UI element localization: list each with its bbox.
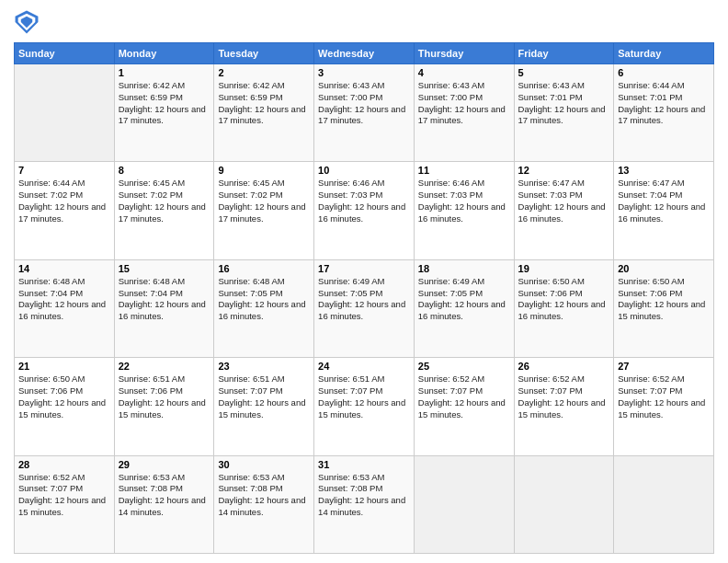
day-cell: 31Sunrise: 6:53 AMSunset: 7:08 PMDayligh… — [314, 455, 415, 553]
week-row-1: 1Sunrise: 6:42 AMSunset: 6:59 PMDaylight… — [15, 64, 714, 162]
day-info: Sunrise: 6:50 AMSunset: 7:06 PMDaylight:… — [18, 373, 110, 420]
day-info: Sunrise: 6:51 AMSunset: 7:07 PMDaylight:… — [318, 373, 410, 420]
day-cell: 18Sunrise: 6:49 AMSunset: 7:05 PMDayligh… — [414, 259, 514, 357]
day-cell: 2Sunrise: 6:42 AMSunset: 6:59 PMDaylight… — [214, 64, 314, 162]
day-cell — [15, 64, 115, 162]
day-info: Sunrise: 6:46 AMSunset: 7:03 PMDaylight:… — [418, 178, 510, 224]
day-number: 9 — [218, 165, 310, 176]
day-number: 3 — [318, 67, 410, 78]
logo — [14, 9, 43, 35]
day-number: 29 — [119, 459, 210, 470]
day-info: Sunrise: 6:44 AMSunset: 7:02 PMDaylight:… — [18, 178, 110, 224]
day-info: Sunrise: 6:51 AMSunset: 7:07 PMDaylight:… — [218, 373, 310, 420]
day-number: 2 — [218, 67, 310, 78]
header — [14, 9, 714, 35]
day-cell: 5Sunrise: 6:43 AMSunset: 7:01 PMDaylight… — [514, 64, 614, 162]
day-cell — [514, 455, 614, 553]
day-info: Sunrise: 6:52 AMSunset: 7:07 PMDaylight:… — [618, 373, 710, 420]
day-cell — [414, 455, 514, 553]
day-info: Sunrise: 6:45 AMSunset: 7:02 PMDaylight:… — [218, 178, 310, 224]
day-info: Sunrise: 6:46 AMSunset: 7:03 PMDaylight:… — [318, 178, 410, 224]
day-cell — [614, 455, 714, 553]
day-cell: 24Sunrise: 6:51 AMSunset: 7:07 PMDayligh… — [314, 358, 415, 455]
day-cell: 21Sunrise: 6:50 AMSunset: 7:06 PMDayligh… — [15, 358, 115, 455]
day-info: Sunrise: 6:45 AMSunset: 7:02 PMDaylight:… — [119, 178, 210, 224]
day-info: Sunrise: 6:47 AMSunset: 7:03 PMDaylight:… — [518, 178, 610, 224]
day-number: 1 — [119, 67, 210, 78]
day-cell: 29Sunrise: 6:53 AMSunset: 7:08 PMDayligh… — [114, 455, 214, 553]
week-row-5: 28Sunrise: 6:52 AMSunset: 7:07 PMDayligh… — [15, 455, 714, 553]
day-number: 31 — [318, 459, 410, 470]
day-info: Sunrise: 6:43 AMSunset: 7:00 PMDaylight:… — [318, 80, 410, 127]
logo-icon — [14, 9, 40, 35]
weekday-header-row: SundayMondayTuesdayWednesdayThursdayFrid… — [15, 43, 714, 64]
day-cell: 20Sunrise: 6:50 AMSunset: 7:06 PMDayligh… — [614, 259, 714, 357]
day-number: 14 — [18, 263, 110, 274]
page: SundayMondayTuesdayWednesdayThursdayFrid… — [0, 0, 728, 563]
day-cell: 6Sunrise: 6:44 AMSunset: 7:01 PMDaylight… — [614, 64, 714, 162]
day-cell: 10Sunrise: 6:46 AMSunset: 7:03 PMDayligh… — [314, 162, 415, 259]
day-info: Sunrise: 6:50 AMSunset: 7:06 PMDaylight:… — [518, 276, 610, 323]
day-cell: 27Sunrise: 6:52 AMSunset: 7:07 PMDayligh… — [614, 358, 714, 455]
day-info: Sunrise: 6:51 AMSunset: 7:06 PMDaylight:… — [119, 373, 210, 420]
day-number: 18 — [418, 263, 510, 274]
weekday-tuesday: Tuesday — [214, 43, 314, 64]
day-cell: 14Sunrise: 6:48 AMSunset: 7:04 PMDayligh… — [15, 259, 115, 357]
day-cell: 1Sunrise: 6:42 AMSunset: 6:59 PMDaylight… — [114, 64, 214, 162]
day-cell: 3Sunrise: 6:43 AMSunset: 7:00 PMDaylight… — [314, 64, 415, 162]
day-cell: 28Sunrise: 6:52 AMSunset: 7:07 PMDayligh… — [15, 455, 115, 553]
day-info: Sunrise: 6:48 AMSunset: 7:04 PMDaylight:… — [18, 276, 110, 323]
day-info: Sunrise: 6:52 AMSunset: 7:07 PMDaylight:… — [18, 472, 110, 519]
day-info: Sunrise: 6:52 AMSunset: 7:07 PMDaylight:… — [418, 373, 510, 420]
day-number: 20 — [618, 263, 710, 274]
day-cell: 8Sunrise: 6:45 AMSunset: 7:02 PMDaylight… — [114, 162, 214, 259]
weekday-wednesday: Wednesday — [314, 43, 415, 64]
day-cell: 19Sunrise: 6:50 AMSunset: 7:06 PMDayligh… — [514, 259, 614, 357]
day-number: 15 — [119, 263, 210, 274]
day-cell: 26Sunrise: 6:52 AMSunset: 7:07 PMDayligh… — [514, 358, 614, 455]
calendar-table: SundayMondayTuesdayWednesdayThursdayFrid… — [14, 42, 714, 554]
day-number: 13 — [618, 165, 710, 176]
day-number: 22 — [119, 361, 210, 372]
day-info: Sunrise: 6:42 AMSunset: 6:59 PMDaylight:… — [119, 80, 210, 127]
day-number: 12 — [518, 165, 610, 176]
day-number: 25 — [418, 361, 510, 372]
day-info: Sunrise: 6:49 AMSunset: 7:05 PMDaylight:… — [418, 276, 510, 323]
week-row-3: 14Sunrise: 6:48 AMSunset: 7:04 PMDayligh… — [15, 259, 714, 357]
day-cell: 25Sunrise: 6:52 AMSunset: 7:07 PMDayligh… — [414, 358, 514, 455]
day-cell: 22Sunrise: 6:51 AMSunset: 7:06 PMDayligh… — [114, 358, 214, 455]
day-cell: 30Sunrise: 6:53 AMSunset: 7:08 PMDayligh… — [214, 455, 314, 553]
day-info: Sunrise: 6:48 AMSunset: 7:04 PMDaylight:… — [119, 276, 210, 323]
day-number: 11 — [418, 165, 510, 176]
week-row-2: 7Sunrise: 6:44 AMSunset: 7:02 PMDaylight… — [15, 162, 714, 259]
day-info: Sunrise: 6:43 AMSunset: 7:01 PMDaylight:… — [518, 80, 610, 127]
day-number: 16 — [218, 263, 310, 274]
day-number: 23 — [218, 361, 310, 372]
day-number: 10 — [318, 165, 410, 176]
day-info: Sunrise: 6:50 AMSunset: 7:06 PMDaylight:… — [618, 276, 710, 323]
weekday-thursday: Thursday — [414, 43, 514, 64]
day-cell: 13Sunrise: 6:47 AMSunset: 7:04 PMDayligh… — [614, 162, 714, 259]
day-info: Sunrise: 6:53 AMSunset: 7:08 PMDaylight:… — [119, 472, 210, 519]
weekday-friday: Friday — [514, 43, 614, 64]
day-cell: 9Sunrise: 6:45 AMSunset: 7:02 PMDaylight… — [214, 162, 314, 259]
weekday-saturday: Saturday — [614, 43, 714, 64]
day-cell: 12Sunrise: 6:47 AMSunset: 7:03 PMDayligh… — [514, 162, 614, 259]
week-row-4: 21Sunrise: 6:50 AMSunset: 7:06 PMDayligh… — [15, 358, 714, 455]
day-info: Sunrise: 6:53 AMSunset: 7:08 PMDaylight:… — [218, 472, 310, 519]
day-number: 24 — [318, 361, 410, 372]
day-cell: 11Sunrise: 6:46 AMSunset: 7:03 PMDayligh… — [414, 162, 514, 259]
day-number: 21 — [18, 361, 110, 372]
day-info: Sunrise: 6:47 AMSunset: 7:04 PMDaylight:… — [618, 178, 710, 224]
day-cell: 4Sunrise: 6:43 AMSunset: 7:00 PMDaylight… — [414, 64, 514, 162]
day-info: Sunrise: 6:48 AMSunset: 7:05 PMDaylight:… — [218, 276, 310, 323]
day-info: Sunrise: 6:52 AMSunset: 7:07 PMDaylight:… — [518, 373, 610, 420]
day-cell: 23Sunrise: 6:51 AMSunset: 7:07 PMDayligh… — [214, 358, 314, 455]
day-number: 27 — [618, 361, 710, 372]
day-number: 6 — [618, 67, 710, 78]
day-number: 7 — [18, 165, 110, 176]
day-info: Sunrise: 6:49 AMSunset: 7:05 PMDaylight:… — [318, 276, 410, 323]
day-info: Sunrise: 6:44 AMSunset: 7:01 PMDaylight:… — [618, 80, 710, 127]
weekday-monday: Monday — [114, 43, 214, 64]
day-number: 26 — [518, 361, 610, 372]
